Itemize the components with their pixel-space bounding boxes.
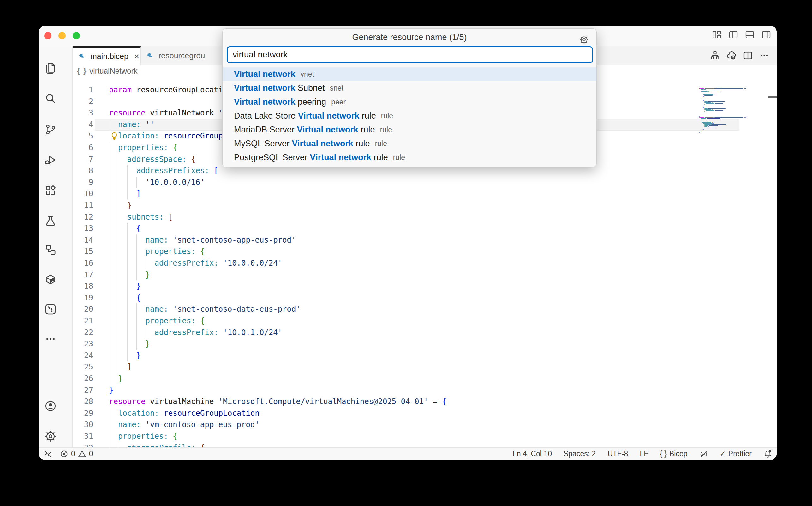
code-token: { bbox=[187, 155, 196, 164]
code-token: virtualMachine bbox=[146, 397, 214, 406]
code-token: { bbox=[196, 316, 205, 325]
formatter-status[interactable]: ✓Prettier bbox=[720, 449, 752, 458]
code-line[interactable]: } bbox=[109, 280, 141, 292]
quick-pick-item[interactable]: PostgreSQL Server Virtual network ruleru… bbox=[223, 151, 596, 164]
quick-pick-item-description: snet bbox=[330, 84, 344, 92]
quick-pick-item[interactable]: Virtual network Subnetsnet bbox=[223, 81, 596, 95]
sidebar-item-references[interactable] bbox=[44, 244, 57, 256]
code-token: } bbox=[109, 339, 150, 348]
sidebar-item-more[interactable] bbox=[44, 333, 57, 345]
quick-pick-settings-gear-icon[interactable] bbox=[579, 34, 589, 45]
sidebar-item-explorer[interactable] bbox=[44, 62, 57, 74]
code-line[interactable]: name: 'snet-contoso-data-eus-prod' bbox=[109, 304, 301, 315]
sidebar-item-source-control[interactable] bbox=[44, 123, 57, 136]
code-line[interactable]: '10.0.0.0/16' bbox=[109, 177, 205, 188]
zoom-window-button[interactable] bbox=[73, 32, 80, 39]
code-line[interactable]: addressPrefix: '10.0.1.0/24' bbox=[109, 327, 282, 338]
code-line[interactable]: } bbox=[109, 373, 123, 385]
code-token: resource bbox=[109, 397, 146, 406]
code-token: resource bbox=[109, 108, 146, 117]
code-token: location: bbox=[109, 409, 159, 418]
code-line[interactable]: addressSpace: { bbox=[109, 154, 196, 165]
sidebar-item-containers[interactable] bbox=[44, 273, 57, 286]
line-number: 17 bbox=[73, 269, 93, 281]
indentation-setting[interactable]: Spaces: 2 bbox=[564, 449, 596, 458]
quick-pick-dialog: Generate resource name (1/5) Virtual net… bbox=[222, 28, 597, 167]
breadcrumb-label: virtualNetwork bbox=[89, 67, 137, 75]
copilot-status[interactable] bbox=[699, 449, 708, 458]
quick-pick-item[interactable]: Virtual network peeringpeer bbox=[223, 95, 596, 109]
code-token: 'snet-contoso-data-eus-prod' bbox=[168, 305, 301, 314]
sidebar-item-search[interactable] bbox=[44, 92, 57, 105]
code-line[interactable]: storageProfile: { bbox=[109, 442, 205, 447]
code-line[interactable]: } bbox=[109, 350, 141, 361]
code-line[interactable]: properties: { bbox=[109, 431, 177, 442]
code-line[interactable]: resource virtualMachine 'Microsoft.Compu… bbox=[109, 396, 446, 408]
code-token: } bbox=[109, 374, 123, 383]
remote-indicator[interactable] bbox=[43, 449, 52, 458]
toggle-secondary-sidebar-icon[interactable] bbox=[761, 29, 771, 40]
sidebar-item-accounts[interactable] bbox=[44, 400, 57, 412]
eol-setting[interactable]: LF bbox=[640, 449, 648, 458]
code-line[interactable]: addressPrefix: '10.0.0.0/24' bbox=[109, 257, 282, 269]
cursor-position[interactable]: Ln 4, Col 10 bbox=[513, 449, 552, 458]
code-line[interactable]: } bbox=[109, 269, 150, 281]
tab-label: main.bicep bbox=[90, 52, 129, 61]
minimap-line bbox=[699, 100, 773, 100]
bicep-visualizer-icon[interactable] bbox=[710, 50, 721, 61]
code-line[interactable]: { bbox=[109, 223, 141, 234]
code-line[interactable]: subnets: [ bbox=[109, 212, 173, 223]
minimap-line bbox=[699, 122, 773, 122]
run-and-debug-icon bbox=[44, 154, 57, 166]
code-line[interactable]: } bbox=[109, 338, 150, 350]
bicep-file-icon bbox=[78, 52, 86, 61]
problems-indicator[interactable]: 0 0 bbox=[60, 449, 93, 458]
quick-pick-item[interactable]: MySQL Server Virtual network rulerule bbox=[223, 137, 596, 151]
tab-main-bicep[interactable]: main.bicep × bbox=[73, 47, 141, 65]
minimize-window-button[interactable] bbox=[58, 32, 66, 39]
toggle-primary-sidebar-icon[interactable] bbox=[728, 29, 739, 40]
code-line[interactable]: name: '' bbox=[109, 119, 155, 131]
sidebar-item-testing[interactable] bbox=[44, 215, 57, 228]
customize-layout-icon[interactable] bbox=[712, 29, 722, 40]
code-line[interactable]: name: 'snet-contoso-app-eus-prod' bbox=[109, 234, 296, 246]
more-actions-icon[interactable] bbox=[759, 50, 770, 61]
sidebar-item-extensions[interactable] bbox=[44, 184, 57, 197]
remote-icon bbox=[43, 449, 52, 458]
code-line[interactable]: properties: { bbox=[109, 246, 205, 257]
code-line[interactable]: ] bbox=[109, 188, 141, 200]
code-token: { bbox=[437, 397, 446, 406]
code-line[interactable]: } bbox=[109, 385, 113, 396]
sidebar-item-run-and-debug[interactable] bbox=[44, 154, 57, 166]
sidebar-item-settings[interactable] bbox=[44, 430, 57, 443]
language-mode[interactable]: { }Bicep bbox=[660, 449, 687, 458]
split-editor-icon[interactable] bbox=[743, 50, 753, 61]
minimap-line bbox=[699, 111, 773, 112]
code-line[interactable]: properties: { bbox=[109, 142, 177, 154]
close-tab-icon[interactable]: × bbox=[134, 52, 139, 61]
quick-pick-item[interactable]: MariaDB Server Virtual network rulerule bbox=[223, 123, 596, 137]
notifications-bell[interactable] bbox=[763, 449, 772, 458]
code-line[interactable]: { bbox=[109, 292, 141, 304]
minimap[interactable] bbox=[699, 86, 773, 143]
encoding-setting[interactable]: UTF-8 bbox=[607, 449, 628, 458]
tab-resourcegroup-bicep[interactable]: resourcegrou bbox=[141, 47, 232, 65]
quick-pick-input[interactable] bbox=[227, 47, 593, 63]
deploy-cloud-upload-icon[interactable] bbox=[726, 50, 737, 61]
close-window-button[interactable] bbox=[44, 32, 52, 39]
code-line[interactable]: location: resourceGroupLocation bbox=[109, 408, 260, 419]
toggle-panel-icon[interactable] bbox=[744, 29, 755, 40]
sidebar-item-terraform[interactable] bbox=[44, 303, 57, 316]
code-token: '10.0.0.0/24' bbox=[218, 259, 282, 267]
code-line[interactable]: addressPrefixes: [ bbox=[109, 165, 218, 177]
quick-pick-item[interactable]: Data Lake Store Virtual network rulerule bbox=[223, 109, 596, 123]
minimap-line bbox=[699, 129, 773, 129]
code-line[interactable]: properties: { bbox=[109, 315, 205, 327]
code-line[interactable]: name: 'vm-contoso-app-eus-prod' bbox=[109, 419, 260, 431]
quick-pick-item[interactable]: Virtual networkvnet bbox=[223, 67, 596, 81]
code-line[interactable]: } bbox=[109, 200, 132, 212]
quick-pick-item-label: Data Lake Store Virtual network rule bbox=[234, 111, 376, 121]
line-number: 8 bbox=[73, 165, 93, 177]
quick-pick-item-description: peer bbox=[331, 98, 346, 106]
code-line[interactable]: ] bbox=[109, 361, 132, 373]
